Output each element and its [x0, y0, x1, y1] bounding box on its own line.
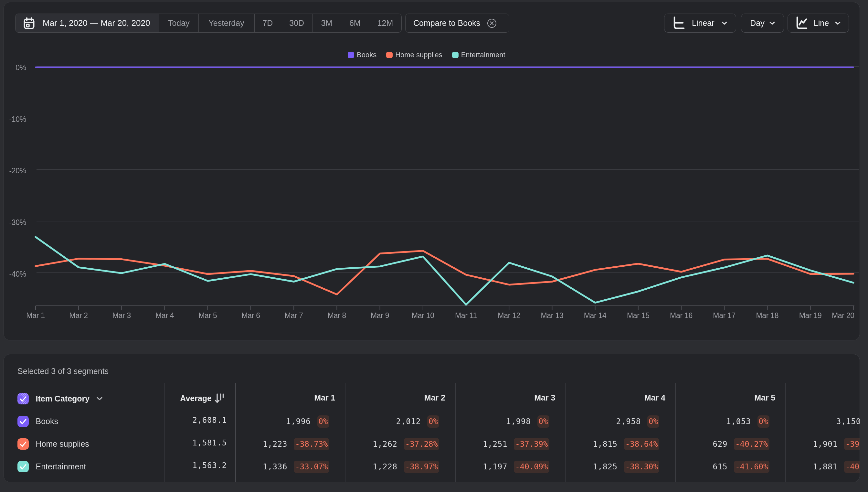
percent-badge: -39.65% [844, 438, 860, 450]
y-axis-label: -20% [9, 167, 26, 175]
row-label: Books [36, 417, 58, 426]
day-value: 1,996 [286, 417, 310, 426]
day-column-header: Mar 3 [534, 393, 555, 402]
row-checkbox[interactable] [18, 438, 29, 450]
percent-badge: 0% [758, 415, 769, 428]
day-header-label: Mar 5 [754, 393, 775, 402]
average-column-header[interactable]: Average [180, 393, 224, 404]
select-all-checkbox[interactable] [18, 393, 29, 404]
line-chart[interactable]: 0%-10%-20%-30%-40%Mar 1Mar 2Mar 3Mar 4Ma… [4, 2, 859, 340]
x-axis-label: Mar 10 [412, 311, 434, 320]
y-axis-label: -10% [9, 115, 26, 123]
percent-badge: -38.73% [294, 438, 329, 450]
day-cell: 1,881-40.29% [813, 461, 860, 473]
day-value: 1,336 [263, 462, 287, 471]
sort-descending-icon [214, 393, 224, 404]
day-cell: 615-41.60% [713, 461, 769, 473]
average-header-label: Average [180, 394, 212, 403]
column-separator [675, 383, 676, 482]
day-value: 1,053 [726, 417, 751, 426]
x-axis-label: Mar 3 [112, 311, 131, 320]
percent-badge: 0% [647, 415, 659, 428]
percent-badge: -33.07% [294, 461, 329, 473]
x-axis-label: Mar 16 [670, 311, 692, 320]
percent-badge: -38.64% [624, 438, 659, 450]
day-value: 1,881 [813, 462, 838, 471]
row-checkbox[interactable] [18, 461, 29, 472]
day-value: 1,998 [506, 417, 531, 426]
day-cell: 1,336-33.07% [263, 461, 329, 473]
percent-badge: -41.60% [734, 461, 769, 473]
percent-badge: -40.09% [514, 461, 549, 473]
day-value: 1,223 [263, 440, 287, 449]
column-separator [164, 383, 165, 482]
percent-badge: 0% [537, 415, 550, 428]
chart-panel: Mar 1, 2020 — Mar 20, 2020 Today Yesterd… [4, 2, 860, 340]
table-row-label-books[interactable]: Books [18, 416, 58, 427]
column-separator [565, 383, 566, 482]
percent-badge: -37.28% [404, 438, 439, 450]
x-axis-label: Mar 15 [627, 311, 649, 320]
y-axis-label: -40% [9, 270, 26, 278]
x-axis-label: Mar 14 [584, 311, 607, 320]
segments-table: Item CategoryAverage Mar 1Mar 2Mar 3Mar … [4, 354, 860, 482]
percent-badge: 0% [317, 415, 329, 428]
table-row-label-entertainment[interactable]: Entertainment [18, 461, 86, 472]
row-label: Entertainment [36, 462, 86, 471]
average-value: 1,581.5 [192, 438, 227, 447]
average-value: 2,608.1 [192, 416, 227, 425]
percent-badge: -37.39% [514, 438, 549, 450]
column-separator [235, 383, 236, 482]
x-axis-label: Mar 9 [371, 311, 389, 320]
x-axis-label: Mar 8 [328, 311, 346, 320]
day-header-label: Mar 3 [534, 393, 555, 402]
x-axis-label: Mar 12 [497, 311, 520, 320]
day-header-label: Mar 4 [644, 393, 665, 402]
x-axis-label: Mar 7 [285, 311, 303, 320]
day-column-header: Mar 4 [644, 393, 665, 402]
percent-badge: -38.97% [404, 461, 439, 473]
day-cell: 1,0530% [726, 415, 769, 428]
segments-table-panel: Selected 3 of 3 segments Item CategoryAv… [4, 354, 860, 482]
day-cell: 1,223-38.73% [263, 438, 329, 450]
table-header-group: Item Category [18, 393, 103, 404]
day-value: 1,901 [813, 440, 838, 449]
x-axis-label: Mar 2 [70, 311, 88, 320]
day-value: 1,262 [373, 440, 398, 449]
x-axis-label: Mar 17 [713, 311, 736, 320]
average-value: 1,563.2 [192, 461, 227, 470]
day-value: 3,150 [836, 417, 860, 426]
table-row-label-home-supplies[interactable]: Home supplies [18, 438, 89, 450]
day-cell: 1,901-39.65% [813, 438, 860, 450]
column-separator [345, 383, 346, 482]
day-cell: 1,251-37.39% [483, 438, 549, 450]
day-value: 1,825 [593, 462, 617, 471]
day-cell: 3,1500% [836, 415, 860, 428]
day-value: 2,012 [396, 417, 421, 426]
x-axis-label: Mar 6 [241, 311, 260, 320]
x-axis-label: Mar 4 [155, 311, 174, 320]
percent-badge: 0% [427, 415, 439, 428]
day-cell: 1,197-40.09% [483, 461, 549, 473]
row-checkbox[interactable] [18, 416, 29, 427]
x-axis-label: Mar 20 [832, 311, 854, 320]
x-axis-label: Mar 5 [198, 311, 217, 320]
day-value: 2,958 [616, 417, 641, 426]
column-separator [455, 383, 456, 482]
day-value: 629 [713, 440, 728, 449]
day-cell: 1,228-38.97% [373, 461, 439, 473]
day-cell: 2,0120% [396, 415, 439, 428]
row-label: Home supplies [36, 439, 89, 449]
day-header-label: Mar 1 [314, 393, 335, 402]
day-cell: 2,9580% [616, 415, 659, 428]
day-cell: 1,9980% [506, 415, 549, 428]
chevron-down-icon [97, 397, 102, 400]
day-value: 1,251 [483, 440, 507, 449]
x-axis-label: Mar 1 [26, 311, 45, 320]
x-axis-label: Mar 11 [455, 311, 477, 320]
group-header-label[interactable]: Item Category [36, 394, 90, 403]
series-line-entertainment[interactable] [35, 237, 853, 304]
percent-badge: -38.30% [624, 461, 659, 473]
day-value: 1,815 [593, 440, 617, 449]
day-cell: 1,825-38.30% [593, 461, 659, 473]
